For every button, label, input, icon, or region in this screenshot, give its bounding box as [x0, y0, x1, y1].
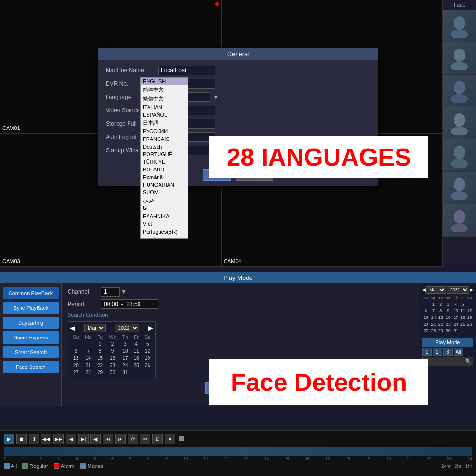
lang-item-1[interactable]: 繁體中文 [141, 94, 188, 103]
pm-icon-1[interactable]: 1 [422, 348, 432, 356]
cb-all-box[interactable] [4, 463, 10, 469]
lang-item-12[interactable]: HUNGARIAN [141, 181, 188, 188]
cb-regular-box[interactable] [22, 463, 28, 469]
cal-cell[interactable]: 26 [141, 362, 153, 369]
right-cal-month[interactable]: Mar [426, 286, 446, 294]
cal-cell[interactable]: 6 [70, 347, 82, 355]
transport-next-day-button[interactable]: ⏭ [115, 434, 126, 444]
right-cal-next[interactable]: ▶ [470, 288, 473, 292]
machine-name-input[interactable] [158, 66, 215, 75]
cal-cell[interactable]: 1 [95, 340, 106, 347]
transport-prev-day-button[interactable]: ⏮ [103, 434, 113, 444]
cal-cell[interactable]: 28 [82, 369, 95, 376]
transport-stop-button[interactable]: ⏹ [16, 434, 27, 444]
dayparting-button[interactable]: Dayparting [3, 317, 59, 329]
common-playback-button[interactable]: Common PlayBack [3, 287, 59, 299]
lang-item-10[interactable]: POLAND [141, 166, 188, 173]
pm-icon-3[interactable]: 3 [443, 348, 453, 356]
transport-next-frame-button[interactable]: ▶| [78, 434, 89, 444]
pm-search-box[interactable]: 🔍 [422, 357, 473, 366]
cal-cell[interactable]: 4 [131, 340, 142, 347]
lang-item-6[interactable]: FRANCAIS [141, 135, 188, 143]
cb-manual[interactable]: Manual [80, 463, 105, 469]
lang-item-14[interactable]: عربى [141, 196, 188, 204]
lang-item-5[interactable]: РУССКИЙ [141, 128, 188, 135]
timeline-area[interactable] [4, 447, 472, 456]
cal-cell[interactable]: 11 [131, 347, 142, 355]
lang-item-7[interactable]: Deutsch [141, 143, 188, 150]
transport-snapshot-button[interactable]: ⊡ [152, 434, 163, 444]
right-cal-year[interactable]: 2022 [447, 286, 469, 294]
cal-cell[interactable]: 7 [82, 347, 95, 355]
time-scale-2h[interactable]: 2hr [455, 464, 461, 469]
cal-cell[interactable]: 5 [141, 340, 153, 347]
cal-cell[interactable]: 30 [106, 369, 119, 376]
cb-alarm[interactable]: Alarm [54, 463, 75, 469]
channel-input[interactable] [101, 287, 120, 297]
cal-cell[interactable]: 9 [106, 347, 119, 355]
lang-item-2[interactable]: ITALIAN [141, 103, 188, 111]
transport-loop-button[interactable]: ⟳ [128, 434, 138, 444]
cal-cell[interactable]: 10 [119, 347, 131, 355]
transport-cut-button[interactable]: ✂ [140, 434, 150, 444]
cal-cell[interactable]: 17 [119, 355, 131, 362]
transport-prev-frame-button[interactable]: |◀ [66, 434, 76, 444]
lang-item-16[interactable]: ΕΛΛΗΝΙΚA [141, 212, 188, 220]
lang-item-17[interactable]: Việt [141, 220, 188, 228]
cal-cell[interactable]: 29 [95, 369, 106, 376]
cal-cell[interactable]: 16 [106, 355, 119, 362]
cal-cell[interactable]: 3 [119, 340, 131, 347]
lang-item-english[interactable]: ENGLISH [141, 78, 188, 85]
cal-cell[interactable] [70, 340, 82, 347]
right-cal-prev[interactable]: ◀ [422, 288, 426, 292]
language-dropdown[interactable]: ENGLISH 简体中文 繁體中文 ITALIAN ESPAÑOL 日本語 РУ… [140, 77, 188, 239]
cal-cell[interactable]: 12 [141, 347, 153, 355]
face-search-button[interactable]: Face Search [3, 361, 59, 373]
lang-item-18[interactable]: Português(BR) [141, 228, 188, 236]
cal-cell[interactable]: 20 [70, 362, 82, 369]
lang-item-15[interactable]: فا [141, 204, 188, 212]
cb-all[interactable]: All [4, 463, 17, 469]
cal-cell[interactable]: 13 [70, 355, 82, 362]
smart-search-button[interactable]: Smart Search [3, 346, 59, 358]
time-scale-24h[interactable]: 24hr [441, 464, 451, 469]
transport-pause-button[interactable]: ⏸ [29, 434, 39, 444]
cb-manual-box[interactable] [80, 463, 86, 469]
pm-icon-all[interactable]: All [454, 348, 463, 356]
cal-cell[interactable]: 27 [70, 369, 82, 376]
smart-express-button[interactable]: Smart Express [3, 331, 59, 344]
cal-month-select[interactable]: Mar [84, 324, 106, 332]
cal-cell[interactable]: 31 [119, 369, 131, 376]
cal-year-select[interactable]: 2022 [115, 324, 139, 332]
cb-regular[interactable]: Regular [22, 463, 48, 469]
channel-dropdown-icon[interactable]: ▼ [121, 288, 127, 295]
lang-item-3[interactable]: ESPAÑOL [141, 111, 188, 119]
lang-item-9[interactable]: TÜRKIYE [141, 158, 188, 166]
lang-item-0[interactable]: 简体中文 [141, 85, 188, 94]
cal-cell[interactable]: 25 [131, 362, 142, 369]
cal-prev-button[interactable]: ◀ [70, 324, 75, 332]
cal-cell[interactable]: 21 [82, 362, 95, 369]
sync-playback-button[interactable]: Sync PlayBack [3, 302, 59, 314]
transport-slow-button[interactable]: ◀| [90, 434, 101, 444]
cal-cell[interactable]: 23 [106, 362, 119, 369]
cal-cell[interactable] [82, 340, 95, 347]
transport-rew-button[interactable]: ◀◀ [41, 434, 51, 444]
cal-cell[interactable]: 19 [141, 355, 153, 362]
cal-cell[interactable]: 15 [95, 355, 106, 362]
search-icon[interactable]: 🔍 [465, 358, 472, 365]
lang-item-19[interactable]: فارسی [141, 236, 188, 239]
lang-item-13[interactable]: SUOMI [141, 188, 188, 196]
cal-cell[interactable]: 24 [119, 362, 131, 369]
period-input[interactable] [101, 299, 158, 309]
cal-cell[interactable] [141, 369, 153, 376]
pm-icon-2[interactable]: 2 [433, 348, 442, 356]
lang-item-11[interactable]: Română [141, 173, 188, 181]
cb-alarm-box[interactable] [54, 463, 60, 469]
cal-cell[interactable]: 14 [82, 355, 95, 362]
cal-cell[interactable]: 18 [131, 355, 142, 362]
transport-ffw-button[interactable]: ▶▶ [53, 434, 64, 444]
cal-cell[interactable]: 8 [95, 347, 106, 355]
time-scale-1h[interactable]: 1hr [466, 464, 472, 469]
lang-item-8[interactable]: PORTUGUÊ [141, 150, 188, 158]
